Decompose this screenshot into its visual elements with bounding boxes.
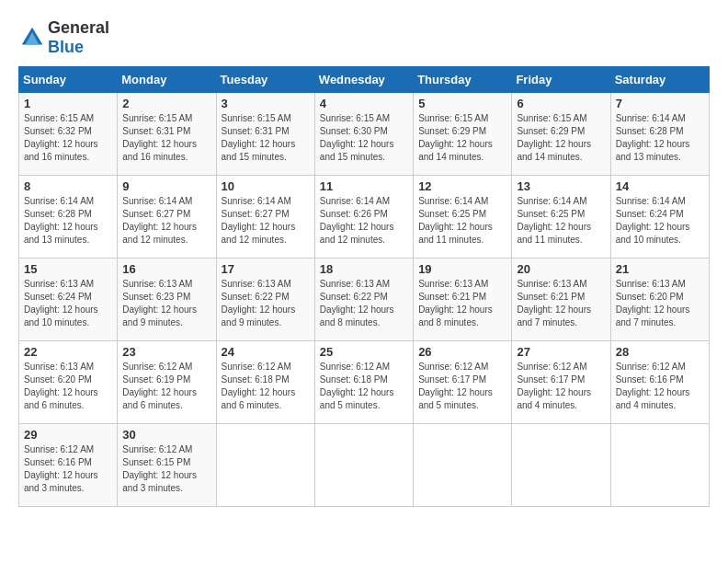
- calendar-cell: [512, 424, 610, 507]
- calendar-cell: 18Sunrise: 6:13 AMSunset: 6:22 PMDayligh…: [314, 259, 413, 341]
- day-number: 11: [320, 179, 408, 193]
- calendar-cell: 13Sunrise: 6:14 AMSunset: 6:25 PMDayligh…: [512, 176, 610, 259]
- day-info: Sunrise: 6:14 AMSunset: 6:24 PMDaylight:…: [616, 195, 704, 247]
- calendar-table: SundayMondayTuesdayWednesdayThursdayFrid…: [18, 66, 710, 507]
- day-info: Sunrise: 6:14 AMSunset: 6:25 PMDaylight:…: [418, 195, 506, 247]
- day-info: Sunrise: 6:15 AMSunset: 6:32 PMDaylight:…: [24, 112, 112, 164]
- day-info: Sunrise: 6:14 AMSunset: 6:25 PMDaylight:…: [517, 195, 605, 247]
- calendar-cell: 8Sunrise: 6:14 AMSunset: 6:28 PMDaylight…: [19, 176, 118, 259]
- day-number: 18: [320, 262, 408, 276]
- day-info: Sunrise: 6:13 AMSunset: 6:21 PMDaylight:…: [418, 278, 506, 329]
- calendar-cell: 2Sunrise: 6:15 AMSunset: 6:31 PMDaylight…: [118, 93, 216, 176]
- logo-icon: [18, 24, 46, 52]
- day-number: 23: [122, 345, 210, 359]
- day-number: 29: [24, 428, 112, 442]
- page-header: General Blue: [18, 18, 710, 57]
- day-info: Sunrise: 6:15 AMSunset: 6:29 PMDaylight:…: [517, 112, 605, 164]
- calendar-cell: 9Sunrise: 6:14 AMSunset: 6:27 PMDaylight…: [118, 176, 216, 259]
- calendar-cell: [610, 424, 709, 507]
- day-info: Sunrise: 6:12 AMSunset: 6:15 PMDaylight:…: [122, 443, 210, 495]
- col-header-sunday: Sunday: [19, 67, 118, 93]
- calendar-cell: 11Sunrise: 6:14 AMSunset: 6:26 PMDayligh…: [314, 176, 413, 259]
- day-info: Sunrise: 6:12 AMSunset: 6:17 PMDaylight:…: [418, 361, 506, 412]
- day-info: Sunrise: 6:12 AMSunset: 6:17 PMDaylight:…: [517, 361, 605, 412]
- col-header-friday: Friday: [512, 67, 610, 93]
- day-number: 3: [222, 97, 310, 110]
- day-number: 19: [418, 262, 506, 276]
- day-number: 8: [24, 179, 112, 193]
- calendar-cell: 19Sunrise: 6:13 AMSunset: 6:21 PMDayligh…: [414, 259, 512, 341]
- day-number: 4: [320, 97, 408, 110]
- day-info: Sunrise: 6:13 AMSunset: 6:22 PMDaylight:…: [320, 278, 408, 329]
- day-info: Sunrise: 6:13 AMSunset: 6:20 PMDaylight:…: [616, 278, 704, 329]
- calendar-cell: [414, 424, 512, 507]
- day-info: Sunrise: 6:14 AMSunset: 6:27 PMDaylight:…: [222, 195, 310, 247]
- col-header-tuesday: Tuesday: [216, 67, 314, 93]
- calendar-week-2: 8Sunrise: 6:14 AMSunset: 6:28 PMDaylight…: [19, 176, 710, 259]
- day-info: Sunrise: 6:13 AMSunset: 6:20 PMDaylight:…: [24, 361, 112, 412]
- calendar-cell: 10Sunrise: 6:14 AMSunset: 6:27 PMDayligh…: [216, 176, 314, 259]
- day-number: 16: [122, 262, 210, 276]
- day-info: Sunrise: 6:15 AMSunset: 6:30 PMDaylight:…: [320, 112, 408, 164]
- day-info: Sunrise: 6:12 AMSunset: 6:16 PMDaylight:…: [24, 443, 112, 495]
- day-number: 13: [517, 179, 605, 193]
- day-number: 10: [222, 179, 310, 193]
- col-header-monday: Monday: [118, 67, 216, 93]
- calendar-cell: 3Sunrise: 6:15 AMSunset: 6:31 PMDaylight…: [216, 93, 314, 176]
- day-info: Sunrise: 6:14 AMSunset: 6:26 PMDaylight:…: [320, 195, 408, 247]
- day-number: 17: [222, 262, 310, 276]
- day-info: Sunrise: 6:13 AMSunset: 6:21 PMDaylight:…: [517, 278, 605, 329]
- day-number: 9: [122, 179, 210, 193]
- day-info: Sunrise: 6:12 AMSunset: 6:18 PMDaylight:…: [320, 361, 408, 412]
- logo-text: General Blue: [48, 18, 109, 57]
- day-info: Sunrise: 6:13 AMSunset: 6:24 PMDaylight:…: [24, 278, 112, 329]
- calendar-cell: 29Sunrise: 6:12 AMSunset: 6:16 PMDayligh…: [19, 424, 118, 507]
- day-info: Sunrise: 6:15 AMSunset: 6:29 PMDaylight:…: [418, 112, 506, 164]
- calendar-cell: [314, 424, 413, 507]
- day-info: Sunrise: 6:13 AMSunset: 6:23 PMDaylight:…: [122, 278, 210, 329]
- calendar-cell: 12Sunrise: 6:14 AMSunset: 6:25 PMDayligh…: [414, 176, 512, 259]
- day-number: 12: [418, 179, 506, 193]
- calendar-cell: 26Sunrise: 6:12 AMSunset: 6:17 PMDayligh…: [414, 341, 512, 424]
- calendar-cell: 17Sunrise: 6:13 AMSunset: 6:22 PMDayligh…: [216, 259, 314, 341]
- calendar-week-3: 15Sunrise: 6:13 AMSunset: 6:24 PMDayligh…: [19, 259, 710, 341]
- day-number: 25: [320, 345, 408, 359]
- day-info: Sunrise: 6:14 AMSunset: 6:28 PMDaylight:…: [24, 195, 112, 247]
- calendar-cell: 28Sunrise: 6:12 AMSunset: 6:16 PMDayligh…: [610, 341, 709, 424]
- day-number: 1: [24, 97, 112, 110]
- calendar-cell: 14Sunrise: 6:14 AMSunset: 6:24 PMDayligh…: [610, 176, 709, 259]
- day-number: 5: [418, 97, 506, 110]
- day-info: Sunrise: 6:15 AMSunset: 6:31 PMDaylight:…: [122, 112, 210, 164]
- calendar-cell: 20Sunrise: 6:13 AMSunset: 6:21 PMDayligh…: [512, 259, 610, 341]
- day-number: 30: [122, 428, 210, 442]
- day-info: Sunrise: 6:12 AMSunset: 6:18 PMDaylight:…: [222, 361, 310, 412]
- calendar-cell: [216, 424, 314, 507]
- day-number: 20: [517, 262, 605, 276]
- logo: General Blue: [18, 18, 109, 57]
- day-info: Sunrise: 6:14 AMSunset: 6:27 PMDaylight:…: [122, 195, 210, 247]
- calendar-cell: 16Sunrise: 6:13 AMSunset: 6:23 PMDayligh…: [118, 259, 216, 341]
- day-info: Sunrise: 6:12 AMSunset: 6:19 PMDaylight:…: [122, 361, 210, 412]
- calendar-cell: 1Sunrise: 6:15 AMSunset: 6:32 PMDaylight…: [19, 93, 118, 176]
- calendar-cell: 22Sunrise: 6:13 AMSunset: 6:20 PMDayligh…: [19, 341, 118, 424]
- calendar-body: 1Sunrise: 6:15 AMSunset: 6:32 PMDaylight…: [19, 93, 710, 507]
- calendar-cell: 6Sunrise: 6:15 AMSunset: 6:29 PMDaylight…: [512, 93, 610, 176]
- calendar-week-4: 22Sunrise: 6:13 AMSunset: 6:20 PMDayligh…: [19, 341, 710, 424]
- calendar-cell: 25Sunrise: 6:12 AMSunset: 6:18 PMDayligh…: [314, 341, 413, 424]
- col-header-wednesday: Wednesday: [314, 67, 413, 93]
- day-number: 28: [616, 345, 704, 359]
- day-info: Sunrise: 6:12 AMSunset: 6:16 PMDaylight:…: [616, 361, 704, 412]
- day-number: 22: [24, 345, 112, 359]
- calendar-cell: 24Sunrise: 6:12 AMSunset: 6:18 PMDayligh…: [216, 341, 314, 424]
- calendar-cell: 5Sunrise: 6:15 AMSunset: 6:29 PMDaylight…: [414, 93, 512, 176]
- day-info: Sunrise: 6:13 AMSunset: 6:22 PMDaylight:…: [222, 278, 310, 329]
- day-number: 27: [517, 345, 605, 359]
- calendar-cell: 4Sunrise: 6:15 AMSunset: 6:30 PMDaylight…: [314, 93, 413, 176]
- day-number: 14: [616, 179, 704, 193]
- day-number: 7: [616, 97, 704, 110]
- day-number: 26: [418, 345, 506, 359]
- day-info: Sunrise: 6:15 AMSunset: 6:31 PMDaylight:…: [222, 112, 310, 164]
- calendar-cell: 15Sunrise: 6:13 AMSunset: 6:24 PMDayligh…: [19, 259, 118, 341]
- calendar-header: SundayMondayTuesdayWednesdayThursdayFrid…: [19, 67, 710, 93]
- day-info: Sunrise: 6:14 AMSunset: 6:28 PMDaylight:…: [616, 112, 704, 164]
